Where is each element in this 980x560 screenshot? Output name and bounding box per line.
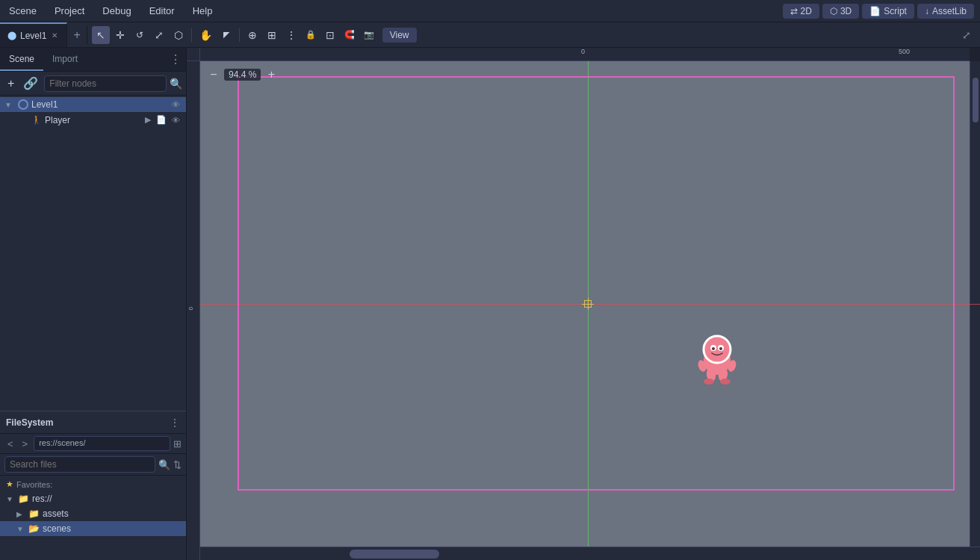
transform-tool-btn[interactable]: ⬡: [170, 26, 187, 44]
ruler-v-mark-0: 0: [187, 307, 194, 310]
script-button[interactable]: 📄 Script: [862, 4, 914, 19]
node2d-icon: [18, 99, 28, 110]
more-tool-btn[interactable]: ⋮: [282, 26, 300, 44]
filesystem-title: FileSystem: [6, 417, 170, 428]
filter-nodes-input[interactable]: [44, 75, 167, 92]
menu-left: Scene Project Debug Editor Help: [6, 4, 215, 18]
fs-item-assets[interactable]: ▶ 📁 assets: [0, 506, 186, 521]
svg-point-12: [720, 379, 731, 385]
3d-button[interactable]: ⬡ 3D: [822, 4, 859, 19]
zoom-level-display: 94.4 %: [224, 69, 261, 81]
menu-help[interactable]: Help: [190, 4, 216, 18]
ruler-horizontal: 0 500: [200, 48, 970, 61]
scene-tab-icon: ⬤: [7, 31, 16, 40]
fs-view-toggle-btn[interactable]: ⊞: [173, 438, 182, 449]
ruler-tool-btn[interactable]: ◤: [217, 26, 235, 44]
tab-import[interactable]: Import: [43, 48, 87, 71]
toolbar-tools: ↖ ✛ ↺ ⤢ ⬡ ✋ ◤ ⊕ ⊞ ⋮ 🔒 ⊡ 🧲 📷 View ⤢: [87, 26, 980, 44]
player-anim-btn[interactable]: ▶: [143, 114, 152, 125]
filesystem-search-row: 🔍 ⇅: [0, 454, 186, 476]
node-filter-bar: + 🔗 🔍 ⊞: [0, 72, 186, 96]
node-player[interactable]: 🚶 Player ▶ 📄 👁: [0, 112, 186, 128]
filesystem-menu-btn[interactable]: ⋮: [170, 417, 180, 429]
node-visibility-btn[interactable]: 👁: [170, 99, 182, 110]
star-icon: ★: [6, 479, 13, 489]
svg-point-5: [712, 347, 715, 350]
menu-editor[interactable]: Editor: [146, 4, 178, 18]
fs-item-scenes[interactable]: ▼ 📂 scenes: [0, 521, 186, 536]
scene-viewport[interactable]: +: [200, 61, 980, 547]
scale-tool-btn[interactable]: ⤢: [150, 26, 168, 44]
node-expand-icon: ▼: [4, 101, 15, 109]
menu-scene[interactable]: Scene: [6, 4, 40, 18]
filter-search-btn[interactable]: 🔍: [170, 78, 182, 90]
zoom-out-btn[interactable]: −: [206, 67, 221, 82]
assetlib-button[interactable]: ↓ AssetLib: [917, 4, 974, 19]
view-button[interactable]: View: [382, 28, 417, 43]
3d-icon: ⬡: [830, 6, 837, 16]
grid-tool-btn[interactable]: ⊞: [263, 26, 281, 44]
pivot-tool-btn[interactable]: ⊕: [244, 26, 261, 44]
player-visibility-btn[interactable]: 👁: [170, 114, 182, 125]
ruler-mark-0: 0: [581, 48, 585, 55]
svg-point-6: [719, 347, 722, 350]
2d-button[interactable]: ⇄ 2D: [783, 4, 819, 19]
filesystem-nav: < > res://scenes/ ⊞: [0, 434, 186, 454]
player-character[interactable]: [695, 329, 739, 387]
folder-icon-assets: 📁: [28, 508, 40, 519]
group-tool-btn[interactable]: ⊡: [321, 26, 339, 44]
expand-viewport-btn[interactable]: ⤢: [958, 27, 976, 43]
tool-separator-2: [239, 28, 240, 42]
fs-label-scenes: scenes: [43, 523, 71, 534]
add-node-btn[interactable]: +: [4, 75, 17, 92]
tab-add-btn[interactable]: +: [67, 28, 86, 42]
fs-forward-btn[interactable]: >: [19, 437, 31, 451]
tab-close-btn[interactable]: ✕: [50, 31, 59, 40]
move-tool-btn[interactable]: ✛: [111, 26, 129, 44]
assetlib-icon: ↓: [925, 6, 929, 16]
camera-tool-btn[interactable]: 📷: [360, 26, 378, 44]
snap-tool-btn[interactable]: 🧲: [341, 26, 359, 44]
pan-tool-btn[interactable]: ✋: [196, 26, 216, 44]
player-script-btn[interactable]: 📄: [155, 114, 168, 125]
menu-right: ⇄ 2D ⬡ 3D 📄 Script ↓ AssetLib: [783, 4, 974, 19]
node-level1[interactable]: ▼ Level1 👁: [0, 97, 186, 112]
filesystem-header: FileSystem ⋮: [0, 411, 186, 434]
horizontal-scrollbar[interactable]: [200, 547, 980, 560]
favorites-section: ★ Favorites:: [0, 477, 186, 491]
menu-debug[interactable]: Debug: [99, 4, 134, 18]
tab-scene[interactable]: Scene: [0, 48, 43, 71]
ruler-mark-500: 500: [899, 48, 910, 55]
viewport-area: 0 500 0 +: [187, 48, 980, 560]
lock-tool-btn[interactable]: 🔒: [302, 26, 320, 44]
script-icon: 📄: [869, 6, 881, 16]
h-scrollbar-thumb[interactable]: [350, 550, 439, 559]
rotate-tool-btn[interactable]: ↺: [131, 26, 149, 44]
fs-expand-icon-assets: ▶: [16, 510, 25, 518]
favorites-label: Favorites:: [16, 480, 52, 489]
fs-item-res[interactable]: ▼ 📁 res://: [0, 491, 186, 506]
tab-label: Level1: [20, 31, 46, 41]
zoom-in-btn[interactable]: +: [264, 67, 279, 82]
node-label-level1: Level1: [31, 99, 167, 110]
node-label-player: Player: [45, 115, 140, 125]
select-tool-btn[interactable]: ↖: [92, 26, 110, 44]
fs-search-icon-btn[interactable]: 🔍: [158, 459, 170, 470]
filesystem-tree: ★ Favorites: ▼ 📁 res:// ▶ 📁 assets: [0, 476, 186, 560]
ruler-vertical: 0: [187, 61, 200, 560]
folder-icon-res: 📁: [18, 494, 29, 504]
panel-menu-btn[interactable]: ⋮: [165, 52, 186, 66]
tab-level1[interactable]: ⬤ Level1 ✕: [0, 22, 67, 47]
fs-sort-btn[interactable]: ⇅: [173, 459, 182, 470]
folder-icon-scenes: 📂: [28, 523, 40, 534]
ruler-corner: [187, 48, 200, 61]
node-tree: ▼ Level1 👁 🚶 Player ▶ 📄 👁: [0, 96, 186, 411]
fs-label-assets: assets: [43, 508, 69, 519]
menu-project[interactable]: Project: [52, 4, 87, 18]
link-node-btn[interactable]: 🔗: [20, 75, 41, 92]
v-scrollbar-thumb[interactable]: [973, 78, 979, 122]
filesystem-panel: FileSystem ⋮ < > res://scenes/ ⊞ 🔍 ⇅ ★: [0, 411, 186, 560]
fs-back-btn[interactable]: <: [4, 437, 16, 451]
filesystem-search-input[interactable]: [4, 456, 155, 473]
menu-bar: Scene Project Debug Editor Help ⇄ 2D ⬡ 3…: [0, 0, 980, 22]
